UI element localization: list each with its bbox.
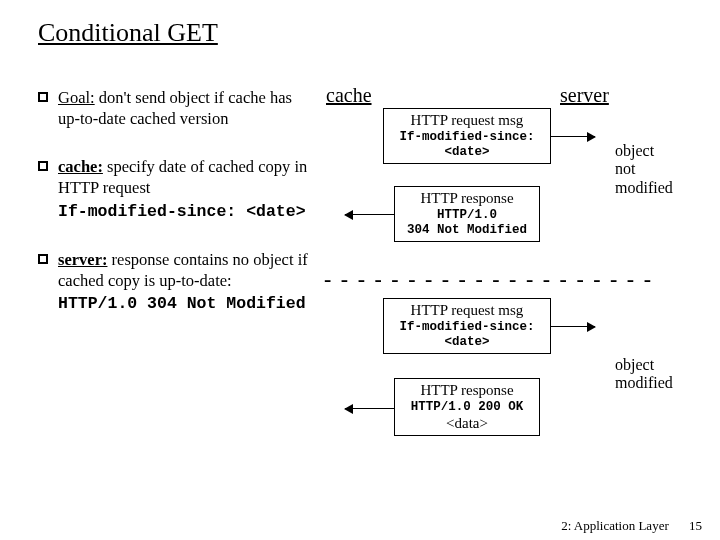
bullet-lead: cache:: [58, 157, 103, 176]
note-modified: object modified: [615, 356, 673, 393]
box-line: If-modified-since:: [388, 320, 546, 334]
cache-label: cache: [326, 84, 372, 107]
http-request-2: HTTP request msg If-modified-since: <dat…: [383, 298, 551, 354]
bullet-lead: Goal:: [58, 88, 95, 107]
bullet-marker: [38, 254, 48, 264]
server-label: server: [560, 84, 609, 107]
footer-page: 15: [672, 518, 702, 534]
box-line: If-modified-since:: [388, 130, 546, 144]
note-line: object: [615, 142, 673, 160]
box-line: <date>: [388, 145, 546, 159]
box-heading: HTTP request msg: [388, 302, 546, 319]
bullet-marker: [38, 92, 48, 102]
note-line: modified: [615, 374, 673, 392]
bullet-lead: server:: [58, 250, 107, 269]
arrow-left-icon: [345, 214, 394, 215]
slide-footer: 2: Application Layer 15: [561, 518, 702, 534]
bullet-marker: [38, 161, 48, 171]
http-response-2: HTTP response HTTP/1.0 200 OK <data>: [394, 378, 540, 436]
bullet-code: If-modified-since: <date>: [58, 202, 316, 223]
box-line: <date>: [388, 335, 546, 349]
arrow-left-icon: [345, 408, 394, 409]
box-heading: HTTP response: [399, 382, 535, 399]
box-line: 304 Not Modified: [399, 223, 535, 237]
footer-chapter: 2: Application Layer: [561, 518, 669, 533]
arrow-right-icon: [551, 326, 595, 327]
bullet-item: cache: specify date of cached copy in HT…: [38, 157, 316, 222]
dashed-separator: - - - - - - - - - - - - - - - - - - - -: [324, 266, 653, 292]
bullet-code: HTTP/1.0 304 Not Modified: [58, 294, 316, 315]
note-line: object: [615, 356, 673, 374]
note-line: not: [615, 160, 673, 178]
box-data: <data>: [399, 415, 535, 432]
box-heading: HTTP response: [399, 190, 535, 207]
bullet-item: Goal: don't send object if cache has up-…: [38, 88, 316, 129]
http-request-1: HTTP request msg If-modified-since: <dat…: [383, 108, 551, 164]
box-heading: HTTP request msg: [388, 112, 546, 129]
arrow-right-icon: [551, 136, 595, 137]
box-line: HTTP/1.0 200 OK: [399, 400, 535, 414]
bullet-item: server: response contains no object if c…: [38, 250, 316, 315]
note-line: modified: [615, 179, 673, 197]
http-response-1: HTTP response HTTP/1.0 304 Not Modified: [394, 186, 540, 242]
bullet-list: Goal: don't send object if cache has up-…: [38, 88, 316, 343]
note-not-modified: object not modified: [615, 142, 673, 197]
slide-title: Conditional GET: [38, 18, 218, 48]
box-line: HTTP/1.0: [399, 208, 535, 222]
